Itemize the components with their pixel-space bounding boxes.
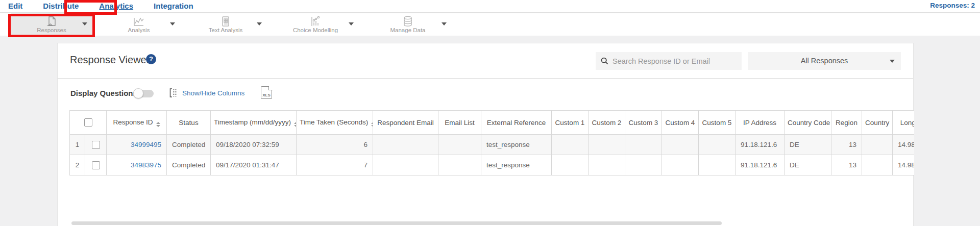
col-status: Status [167, 111, 211, 135]
filter-caret-icon [890, 60, 895, 63]
response-id-cell: 34983975 [107, 155, 167, 175]
toolbar-item-responses[interactable]: Responses [11, 13, 92, 36]
col-custom-4: Custom 4 [662, 111, 699, 135]
time-taken-cell: 7 [297, 155, 373, 175]
table-controls: Display Questions Show/Hide Columns XLS [58, 79, 913, 109]
sort-icon[interactable] [156, 122, 160, 127]
region-cell: 13 [831, 135, 862, 155]
time-taken-cell: 6 [297, 135, 373, 155]
help-icon[interactable]: ? [146, 54, 156, 64]
response-id-cell: 34999495 [107, 135, 167, 155]
table-body: 134999495Completed09/18/2020 07:32:596te… [70, 135, 915, 175]
response-id-link[interactable]: 34983975 [131, 161, 161, 169]
col-country: Country [862, 111, 893, 135]
country-cell [862, 135, 893, 155]
toolbar-item-label: Analysis [98, 27, 180, 33]
row-checkbox[interactable] [92, 161, 100, 169]
choice-modelling-dropdown-caret[interactable] [349, 22, 354, 26]
ip-address-cell: 91.18.121.6 [736, 155, 785, 175]
panel-header: Response Viewer ? All Responses [58, 43, 913, 79]
country-code-cell: DE [785, 155, 831, 175]
nav-item-analytics[interactable]: Analytics [99, 0, 133, 12]
col-respondent-email: Respondent Email [373, 111, 438, 135]
analysis-icon [98, 15, 180, 28]
responses-count: Responses: 2 [930, 2, 975, 9]
custom-4-cell [662, 155, 699, 175]
search-box [596, 52, 742, 70]
toolbar-item-label: Manage Data [364, 27, 451, 33]
col-custom-1: Custom 1 [552, 111, 589, 135]
response-filter-dropdown[interactable]: All Responses [748, 52, 901, 70]
toolbar-item-label: Text Analysis [185, 27, 266, 33]
analysis-dropdown-caret[interactable] [170, 22, 175, 26]
toolbar-item-analysis[interactable]: Analysis [98, 13, 180, 36]
longitude-cell: 14.98 [893, 155, 915, 175]
page-title: Response Viewer [70, 54, 150, 66]
toolbar-item-label: Responses [11, 27, 92, 33]
text-analysis-dropdown-caret[interactable] [257, 22, 262, 26]
text-analysis-icon [185, 15, 266, 28]
display-questions-label: Display Questions [70, 89, 137, 97]
row-checkbox-cell [85, 155, 107, 175]
response-viewer-panel: Response Viewer ? All Responses Display … [57, 43, 914, 226]
manage-data-dropdown-caret[interactable] [442, 22, 447, 26]
col-custom-5: Custom 5 [699, 111, 736, 135]
page: Edit Distribute Analytics Integration Re… [0, 0, 980, 226]
region-cell: 13 [831, 155, 862, 175]
col-country-code: Country Code [785, 111, 831, 135]
nav-item-integration[interactable]: Integration [154, 0, 193, 12]
table-row: 134999495Completed09/18/2020 07:32:596te… [70, 135, 915, 155]
nav-items: Edit Distribute Analytics Integration [0, 0, 193, 12]
ip-address-cell: 91.18.121.6 [736, 135, 785, 155]
select-all-header [70, 111, 107, 135]
longitude-cell: 14.98 [893, 135, 915, 155]
xls-export-icon[interactable]: XLS [261, 86, 272, 99]
manage-data-icon [364, 15, 451, 28]
email-list-cell [438, 155, 481, 175]
status-cell: Completed [167, 155, 211, 175]
custom-3-cell [625, 155, 662, 175]
col-time-taken[interactable]: Time Taken (Seconds) [297, 111, 373, 135]
responses-icon [11, 15, 92, 28]
toolbar-item-text-analysis[interactable]: Text Analysis [185, 13, 266, 36]
col-longitude: Longitude [893, 111, 915, 135]
col-region: Region [831, 111, 862, 135]
timestamp-cell: 09/17/2020 01:31:47 [211, 155, 297, 175]
custom-5-cell [699, 135, 736, 155]
external-reference-cell: test_response [481, 155, 552, 175]
col-response-id[interactable]: Response ID [107, 111, 167, 135]
search-input[interactable] [612, 57, 737, 65]
col-custom-2: Custom 2 [589, 111, 625, 135]
custom-4-cell [662, 135, 699, 155]
select-all-checkbox[interactable] [84, 118, 92, 127]
custom-1-cell [552, 155, 589, 175]
table-header-row: Response ID Status Timestamp (mm/dd/yyyy… [70, 111, 915, 135]
nav-item-distribute[interactable]: Distribute [43, 0, 79, 12]
show-hide-columns-label: Show/Hide Columns [182, 89, 244, 97]
col-timestamp[interactable]: Timestamp (mm/dd/yyyy) [211, 111, 297, 135]
respondent-email-cell [373, 135, 438, 155]
col-ip-address: IP Address [736, 111, 785, 135]
search-icon [601, 57, 608, 65]
responses-dropdown-caret[interactable] [82, 22, 87, 26]
display-questions-toggle[interactable] [134, 90, 154, 97]
columns-icon [169, 88, 178, 98]
custom-2-cell [589, 135, 625, 155]
xls-label: XLS [261, 93, 272, 97]
nav-item-edit[interactable]: Edit [8, 0, 22, 12]
sort-icon[interactable] [294, 122, 296, 127]
timestamp-cell: 09/18/2020 07:32:59 [211, 135, 297, 155]
col-external-reference: External Reference [481, 111, 552, 135]
response-filter-value: All Responses [748, 52, 901, 70]
status-cell: Completed [167, 135, 211, 155]
show-hide-columns-button[interactable]: Show/Hide Columns [169, 88, 244, 98]
horizontal-scrollbar[interactable] [71, 221, 722, 225]
response-id-link[interactable]: 34999495 [131, 141, 161, 148]
row-checkbox[interactable] [92, 141, 100, 149]
external-reference-cell: test_response [481, 135, 552, 155]
toolbar-item-choice-modelling[interactable]: Choice Modelling [273, 13, 358, 36]
toolbar-item-manage-data[interactable]: Manage Data [364, 13, 451, 36]
table-row: 234983975Completed09/17/2020 01:31:477te… [70, 155, 915, 175]
col-email-list: Email List [438, 111, 481, 135]
custom-5-cell [699, 155, 736, 175]
